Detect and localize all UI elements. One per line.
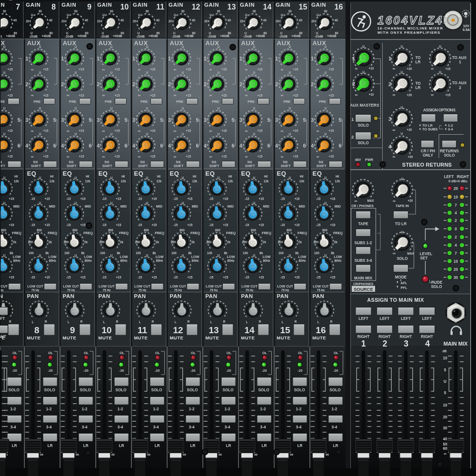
- svg-text:11: 11: [156, 3, 164, 11]
- svg-text:SOLO: SOLO: [431, 285, 442, 289]
- svg-text:3: 3: [388, 116, 391, 122]
- svg-text:SUBS 3-4: SUBS 3-4: [355, 258, 372, 263]
- svg-text:0 dB=0 dBu: 0 dB=0 dBu: [448, 179, 467, 183]
- svg-text:MODE: MODE: [395, 275, 407, 279]
- svg-text:LEFT: LEFT: [0, 317, 5, 321]
- svg-text:5: 5: [444, 391, 446, 395]
- svg-text:1: 1: [459, 60, 461, 64]
- svg-text:+20: +20: [408, 199, 413, 202]
- svg-text:0: 0: [455, 227, 457, 231]
- svg-text:LEFT: LEFT: [444, 175, 454, 179]
- svg-text:60: 60: [443, 446, 447, 451]
- svg-text:13: 13: [228, 3, 236, 11]
- svg-text:12: 12: [192, 3, 200, 11]
- svg-text:4: 4: [425, 339, 430, 348]
- svg-text:+15: +15: [446, 67, 451, 70]
- svg-text:∞: ∞: [444, 452, 446, 456]
- svg-text:7: 7: [16, 3, 20, 11]
- svg-text:SOURCE: SOURCE: [354, 287, 373, 292]
- svg-text:9: 9: [70, 325, 75, 335]
- svg-text:∞: ∞: [393, 128, 396, 132]
- svg-text:CR/PHONES: CR/PHONES: [353, 282, 374, 286]
- svg-text:∞: ∞: [431, 67, 434, 71]
- svg-text:+15: +15: [446, 93, 451, 97]
- svg-text:SOLO: SOLO: [444, 153, 455, 158]
- svg-text:SUBS 1-2: SUBS 1-2: [355, 241, 372, 245]
- svg-text:20: 20: [443, 415, 447, 419]
- svg-text:RETURNS: RETURNS: [440, 149, 459, 153]
- svg-text:SOLO: SOLO: [397, 257, 408, 261]
- svg-text:48V: 48V: [355, 158, 361, 162]
- svg-text:∞: ∞: [393, 199, 396, 203]
- svg-text:2: 2: [383, 339, 387, 348]
- svg-text:AUX MASTERS: AUX MASTERS: [350, 103, 379, 108]
- svg-text:TO AUX: TO AUX: [452, 81, 467, 85]
- svg-text:ASSIGN OPTIONS: ASSIGN OPTIONS: [423, 108, 456, 112]
- svg-text:WITH ONYX PREAMPLIFIERS: WITH ONYX PREAMPLIFIERS: [377, 30, 440, 35]
- svg-text:10: 10: [443, 403, 447, 407]
- svg-text:7: 7: [455, 203, 457, 208]
- svg-text:13: 13: [208, 325, 218, 335]
- svg-text:LR: LR: [416, 60, 421, 64]
- svg-text:2: 2: [352, 81, 355, 87]
- svg-text:RIGHT: RIGHT: [457, 175, 469, 179]
- svg-text:+20: +20: [407, 67, 412, 70]
- svg-text:∞: ∞: [393, 155, 396, 159]
- svg-text:16: 16: [316, 325, 326, 335]
- svg-text:SET: SET: [420, 256, 428, 260]
- svg-text:MAX: MAX: [407, 252, 414, 255]
- svg-text:30: 30: [454, 276, 458, 280]
- svg-text:2: 2: [351, 134, 354, 139]
- svg-text:TO AUX: TO AUX: [452, 56, 467, 60]
- svg-text:∞: ∞: [355, 93, 358, 97]
- svg-text:+10: +10: [369, 93, 374, 96]
- svg-text:SOLO: SOLO: [357, 123, 369, 128]
- svg-text:U: U: [444, 379, 446, 384]
- svg-text:MAIN MIX: MAIN MIX: [354, 276, 372, 280]
- svg-text:15: 15: [280, 325, 290, 335]
- svg-text:ONLY: ONLY: [423, 153, 434, 158]
- svg-text:20: 20: [454, 268, 458, 272]
- svg-text:U: U: [439, 45, 441, 48]
- svg-text:U: U: [401, 45, 403, 48]
- svg-text:2: 2: [388, 81, 391, 87]
- svg-text:LR: LR: [416, 86, 421, 90]
- svg-text:16: 16: [335, 3, 343, 11]
- svg-text:4: 4: [455, 243, 457, 248]
- svg-text:3-4: 3-4: [448, 127, 453, 131]
- svg-text:50: 50: [443, 442, 447, 446]
- svg-text:2: 2: [455, 218, 457, 223]
- svg-text:1: 1: [351, 117, 354, 122]
- svg-text:∞: ∞: [393, 93, 396, 97]
- svg-text:RIGHT: RIGHT: [0, 335, 6, 339]
- svg-text:RUDE: RUDE: [431, 280, 443, 285]
- svg-text:4: 4: [388, 144, 392, 149]
- svg-text:LEVEL: LEVEL: [420, 252, 432, 256]
- svg-text:2: 2: [459, 86, 461, 90]
- svg-text:10: 10: [454, 259, 458, 264]
- svg-text:U: U: [401, 132, 403, 135]
- svg-text:20: 20: [454, 187, 458, 191]
- svg-text:MAX: MAX: [367, 199, 374, 202]
- svg-text:TAPE IN: TAPE IN: [396, 204, 409, 208]
- svg-text:∞: ∞: [431, 93, 434, 97]
- svg-text:10: 10: [120, 3, 129, 11]
- svg-text:TO: TO: [415, 56, 421, 60]
- svg-text:PWR: PWR: [365, 158, 374, 162]
- svg-text:40: 40: [443, 437, 447, 441]
- svg-text:TO SUBS: TO SUBS: [422, 127, 437, 131]
- svg-text:10: 10: [454, 195, 458, 199]
- svg-text:CR / PHONES: CR / PHONES: [351, 204, 374, 208]
- svg-text:∞: ∞: [355, 67, 358, 71]
- svg-text:STEREO RETURNS: STEREO RETURNS: [402, 162, 452, 168]
- svg-text:4: 4: [455, 211, 457, 215]
- svg-text:MAIN MIX: MAIN MIX: [444, 341, 468, 347]
- svg-text:9: 9: [87, 3, 91, 11]
- svg-text:PFL: PFL: [401, 286, 407, 290]
- svg-text:dB: dB: [443, 349, 447, 353]
- svg-text:+10: +10: [369, 67, 374, 70]
- svg-text:+20: +20: [407, 128, 412, 131]
- svg-text:∞: ∞: [393, 251, 396, 256]
- svg-text:CR / PH: CR / PH: [421, 149, 435, 153]
- svg-text:∞: ∞: [355, 199, 357, 203]
